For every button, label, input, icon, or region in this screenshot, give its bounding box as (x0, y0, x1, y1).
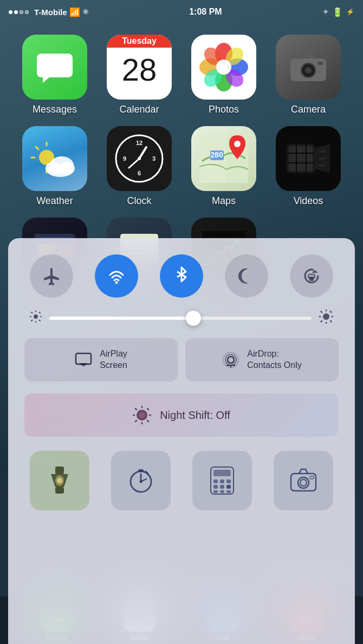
battery-icon: 🔋 (332, 7, 343, 17)
svg-point-78 (115, 281, 118, 284)
svg-point-141 (300, 479, 307, 486)
svg-rect-118 (55, 466, 64, 474)
control-center: AirPlay Screen AirDrop: Contacts Only (8, 238, 355, 644)
brightness-thumb[interactable] (186, 311, 201, 326)
svg-line-21 (36, 147, 38, 149)
app-weather-icon (22, 126, 87, 191)
camera-cc-button[interactable] (274, 451, 333, 510)
svg-point-103 (228, 357, 234, 363)
svg-rect-142 (310, 476, 314, 479)
airdrop-button[interactable]: AirDrop: Contacts Only (185, 338, 339, 382)
svg-point-26 (47, 164, 73, 177)
maps-svg-icon: 280 (199, 134, 248, 183)
svg-marker-80 (312, 270, 318, 273)
flashlight-button[interactable] (30, 451, 89, 510)
app-camera-label: Camera (291, 104, 326, 115)
sun-large-icon (319, 310, 333, 324)
toggle-wifi[interactable] (95, 254, 138, 298)
brightness-indicator: ✳ (82, 8, 89, 16)
airplay-label: AirPlay Screen (100, 349, 127, 371)
toggle-bluetooth[interactable] (160, 254, 203, 298)
app-maps-label: Maps (212, 195, 236, 207)
svg-rect-123 (138, 469, 144, 472)
feature-row: AirPlay Screen AirDrop: Contacts Only (24, 338, 339, 382)
app-weather-label: Weather (36, 195, 73, 207)
bluetooth-status-icon: ✦ (322, 8, 329, 16)
signal-dot-4 (25, 10, 29, 14)
svg-point-92 (323, 313, 329, 320)
svg-line-116 (135, 420, 137, 422)
svg-text:3: 3 (152, 155, 155, 162)
svg-rect-130 (213, 479, 218, 483)
camera-cc-icon (290, 468, 317, 493)
svg-line-88 (31, 312, 33, 313)
svg-point-8 (216, 60, 231, 75)
brightness-low-icon (30, 311, 42, 325)
svg-point-83 (34, 314, 38, 319)
svg-line-115 (147, 409, 148, 410)
weather-svg-icon (30, 137, 79, 180)
airplane-icon (42, 266, 61, 286)
app-videos[interactable]: Videos (269, 126, 348, 207)
app-photos[interactable]: Photos (184, 35, 263, 115)
svg-text:9: 9 (123, 155, 126, 162)
svg-line-90 (40, 312, 41, 313)
time-display: 1:08 PM (189, 7, 222, 17)
app-messages-label: Messages (33, 104, 77, 115)
calculator-button[interactable] (192, 451, 252, 510)
status-bar: T-Mobile 📶 ✳ 1:08 PM ✦ 🔋 ⚡ (0, 0, 363, 24)
calendar-day: 28 (107, 50, 172, 86)
messages-bubble-icon (36, 48, 74, 86)
svg-rect-133 (213, 485, 218, 489)
svg-point-117 (139, 412, 145, 418)
timer-button[interactable] (111, 451, 171, 510)
rotation-lock-icon (302, 266, 321, 286)
svg-rect-131 (220, 479, 224, 483)
wifi-toggle-icon (107, 266, 126, 286)
svg-line-99 (330, 312, 332, 313)
brightness-row (24, 310, 339, 326)
brightness-track[interactable] (49, 317, 312, 320)
app-maps-icon: 280 (191, 126, 256, 191)
svg-rect-135 (226, 485, 231, 489)
flashlight-icon (48, 466, 72, 495)
charging-icon: ⚡ (346, 8, 354, 16)
toggles-row (24, 254, 339, 298)
camera-svg-icon (289, 51, 327, 83)
toggle-rotation[interactable] (290, 254, 333, 298)
timer-icon (127, 467, 154, 494)
svg-line-114 (147, 420, 148, 422)
airdrop-label: AirDrop: Contacts Only (247, 349, 301, 371)
calculator-icon (210, 466, 234, 495)
svg-point-121 (57, 478, 62, 483)
app-photos-label: Photos (209, 104, 239, 115)
svg-point-14 (306, 68, 311, 73)
app-camera[interactable]: Camera (269, 35, 348, 115)
svg-line-97 (321, 312, 322, 313)
signal-dots (9, 10, 29, 14)
svg-text:6: 6 (138, 170, 141, 176)
sun-small-icon (30, 311, 42, 323)
airplay-button[interactable]: AirPlay Screen (24, 338, 178, 382)
app-camera-icon (276, 35, 341, 100)
svg-line-113 (135, 409, 137, 410)
svg-text:12: 12 (136, 140, 142, 146)
status-left: T-Mobile 📶 ✳ (9, 7, 89, 17)
signal-dot-2 (14, 10, 18, 14)
airdrop-icon (222, 351, 239, 369)
night-shift-button[interactable]: Night Shift: Off (24, 393, 339, 437)
brightness-fill (49, 317, 193, 320)
app-maps[interactable]: 280 Maps (184, 126, 263, 207)
svg-point-35 (138, 157, 141, 160)
svg-line-98 (330, 321, 332, 322)
app-clock-label: Clock (127, 195, 151, 207)
app-calendar[interactable]: Tuesday 28 Calendar (100, 35, 179, 115)
toggle-donotdisturb[interactable] (225, 254, 268, 298)
signal-dot-1 (9, 10, 12, 14)
svg-rect-134 (220, 485, 224, 489)
app-weather[interactable]: Weather (15, 126, 94, 207)
app-clock[interactable]: 12 3 6 9 Clock (100, 126, 179, 207)
toggle-airplane[interactable] (30, 254, 73, 298)
app-messages[interactable]: Messages (15, 35, 94, 115)
app-videos-label: Videos (294, 195, 323, 207)
